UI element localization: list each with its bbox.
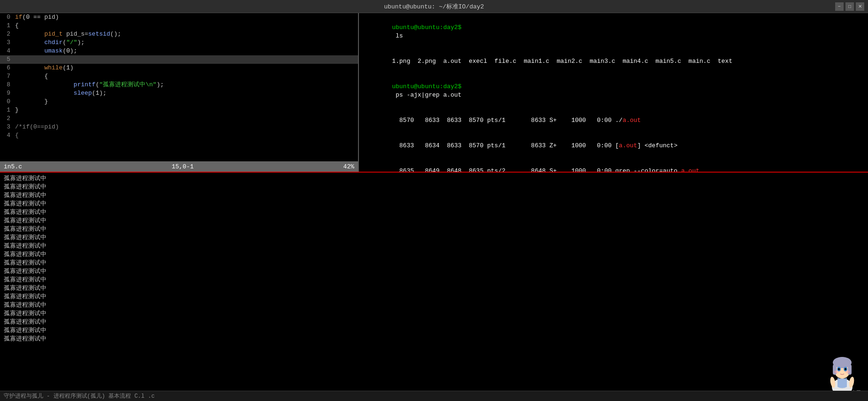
code-line-7: 7 {: [0, 72, 358, 81]
svg-point-11: [834, 371, 839, 373]
output-line-13: 孤寡进程测试中: [4, 276, 864, 284]
code-line-4: 4 umask(0);: [0, 47, 358, 55]
terminal-line-1: ubuntu@ubuntu:day2$ ls: [363, 15, 864, 49]
bottom-pane: 孤寡进程测试中 孤寡进程测试中 孤寡进程测试中 孤寡进程测试中 孤寡进程测试中 …: [0, 173, 868, 401]
editor-status-bar: in5.c 15,0-1 42%: [0, 161, 358, 172]
bottom-status-bar: 守护进程与孤儿 - 进程程序测试(孤儿) 基本流程 C.l .c: [0, 391, 868, 401]
window-title: ubuntu@ubuntu: ~/标准IO/day2: [384, 2, 484, 11]
output-line-2: 孤寡进程测试中: [4, 183, 864, 191]
editor-pane: 0 if(0 == pid) 1 { 2 pid_t pid_s=setsid(…: [0, 13, 359, 172]
output-line-19: 孤寡进程测试中: [4, 326, 864, 335]
editor-filename: in5.c: [4, 163, 22, 170]
code-line-3: 3 chdir("/");: [0, 38, 358, 47]
svg-point-7: [838, 368, 840, 371]
output-line-7: 孤寡进程测试中: [4, 225, 864, 234]
terminal-line-6: 8635 8649 8648 8635 pts/2 8648 S+ 1000 0…: [363, 159, 864, 172]
output-line-12: 孤寡进程测试中: [4, 267, 864, 276]
output-line-4: 孤寡进程测试中: [4, 200, 864, 208]
code-line-1: 1 {: [0, 22, 358, 30]
code-line-10: 0 }: [0, 98, 358, 106]
anime-character: [821, 340, 863, 396]
status-text: 守护进程与孤儿 - 进程程序测试(孤儿) 基本流程 C.l .c: [4, 392, 155, 401]
terminal-line-5: 8633 8634 8633 8570 pts/1 8633 Z+ 1000 0…: [363, 133, 864, 159]
output-line-15: 孤寡进程测试中: [4, 293, 864, 301]
output-line-3: 孤寡进程测试中: [4, 191, 864, 200]
editor-scroll-pct: 42%: [343, 163, 354, 170]
terminal-pane[interactable]: ubuntu@ubuntu:day2$ ls 1.png 2.png a.out…: [359, 13, 868, 172]
window-controls: − □ ✕: [835, 2, 864, 11]
svg-point-12: [845, 371, 850, 373]
terminal-line-3: ubuntu@ubuntu:day2$ ps -ajx|grep a.out: [363, 74, 864, 108]
output-line-9: 孤寡进程测试中: [4, 242, 864, 250]
output-line-1: 孤寡进程测试中: [4, 174, 864, 183]
svg-point-8: [845, 368, 846, 371]
code-line-8: 8 printf("孤寡进程测试中\n");: [0, 81, 358, 89]
code-line-12: 2: [0, 114, 358, 123]
close-button[interactable]: ✕: [856, 2, 864, 11]
editor-position: 15,0-1: [172, 163, 194, 170]
output-line-18: 孤寡进程测试中: [4, 318, 864, 326]
output-line-14: 孤寡进程测试中: [4, 284, 864, 293]
terminal-line-4: 8570 8633 8633 8570 pts/1 8633 S+ 1000 0…: [363, 108, 864, 133]
code-line-5: 5: [0, 55, 358, 64]
code-line-2: 2 pid_t pid_s=setsid();: [0, 30, 358, 38]
maximize-button[interactable]: □: [845, 2, 854, 11]
output-line-5: 孤寡进程测试中: [4, 208, 864, 217]
output-line-16: 孤寡进程测试中: [4, 301, 864, 310]
main-area: 0 if(0 == pid) 1 { 2 pid_t pid_s=setsid(…: [0, 13, 868, 401]
top-pane: 0 if(0 == pid) 1 { 2 pid_t pid_s=setsid(…: [0, 13, 868, 173]
output-line-20: 孤寡进程测试中: [4, 335, 864, 343]
output-line-8: 孤寡进程测试中: [4, 234, 864, 242]
code-line-11: 1 }: [0, 106, 358, 114]
code-line-0: 0 if(0 == pid): [0, 13, 358, 22]
output-line-11: 孤寡进程测试中: [4, 259, 864, 267]
output-line-10: 孤寡进程测试中: [4, 250, 864, 259]
terminal-line-2: 1.png 2.png a.out execl file.c main1.c m…: [363, 49, 864, 74]
title-bar: ubuntu@ubuntu: ~/标准IO/day2 − □ ✕: [0, 0, 868, 13]
minimize-button[interactable]: −: [835, 2, 844, 11]
code-line-9: 9 sleep(1);: [0, 89, 358, 98]
code-line-6: 6 while(1): [0, 64, 358, 72]
editor-content: 0 if(0 == pid) 1 { 2 pid_t pid_s=setsid(…: [0, 13, 358, 161]
output-line-6: 孤寡进程测试中: [4, 217, 864, 225]
output-line-17: 孤寡进程测试中: [4, 310, 864, 318]
code-line-14: 4 {: [0, 131, 358, 140]
code-line-13: 3 /*if(0==pid): [0, 123, 358, 131]
